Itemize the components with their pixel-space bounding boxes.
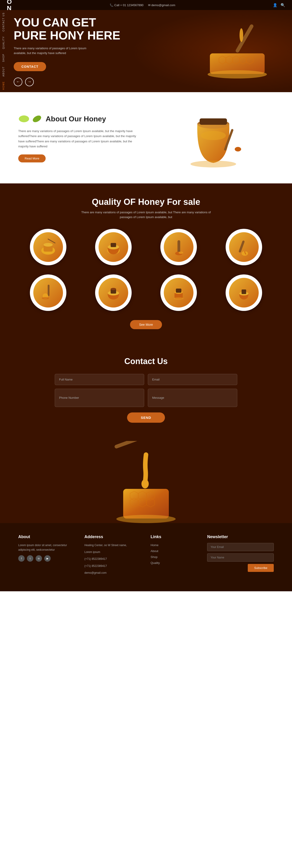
list-item bbox=[214, 229, 274, 265]
footer-address-col: Adderess Healing Center, oo W Street nam… bbox=[85, 534, 141, 578]
product-inner-2 bbox=[99, 232, 128, 262]
svg-point-38 bbox=[173, 297, 184, 300]
instagram-icon[interactable]: in bbox=[36, 555, 42, 562]
footer-link-shop-anchor[interactable]: Shop bbox=[151, 555, 157, 559]
svg-rect-41 bbox=[114, 441, 180, 449]
hero-next-button[interactable]: → bbox=[25, 78, 34, 86]
svg-rect-23 bbox=[111, 243, 116, 247]
list-item bbox=[18, 229, 78, 265]
product-inner-1 bbox=[33, 232, 63, 262]
list-item bbox=[18, 274, 78, 311]
list-item bbox=[149, 274, 208, 311]
product-circle-4[interactable] bbox=[226, 229, 262, 265]
form-row-1 bbox=[55, 374, 237, 385]
list-item bbox=[84, 229, 143, 265]
footer-links-col: Links Home About Shop Quality bbox=[151, 534, 198, 578]
footer-link-quality-anchor[interactable]: Quality bbox=[151, 561, 160, 565]
product-circle-6[interactable] bbox=[95, 274, 132, 311]
search-icon[interactable]: 🔍 bbox=[281, 3, 285, 7]
sidebar-nav: CONTACT US QUALITY SHOP ABOUT HOME bbox=[0, 10, 7, 92]
hero-image bbox=[192, 22, 278, 81]
footer-link-quality[interactable]: Quality bbox=[151, 561, 198, 565]
contact-button[interactable]: CONTACT bbox=[14, 62, 46, 71]
footer-email: demo@gmail.com bbox=[85, 570, 141, 575]
product-circle-8[interactable] bbox=[226, 274, 262, 311]
footer-address-title: Adderess bbox=[85, 534, 141, 539]
brand-o: O bbox=[7, 0, 12, 5]
product-circle-3[interactable] bbox=[160, 229, 197, 265]
svg-point-15 bbox=[235, 147, 241, 152]
email-input[interactable] bbox=[148, 374, 237, 385]
product-inner-8 bbox=[229, 278, 259, 308]
subscribe-button[interactable]: Subscribe bbox=[248, 564, 274, 572]
svg-point-4 bbox=[207, 70, 267, 79]
svg-point-26 bbox=[179, 252, 183, 254]
product-circle-1[interactable] bbox=[30, 229, 66, 265]
newsletter-email-input[interactable] bbox=[207, 543, 274, 551]
footer-link-home[interactable]: Home bbox=[151, 543, 198, 547]
phone-input[interactable] bbox=[55, 389, 144, 407]
svg-point-42 bbox=[141, 479, 149, 488]
quality-section: Quality OF Honey For sale There are many… bbox=[0, 183, 292, 343]
svg-rect-27 bbox=[238, 240, 245, 253]
footer-address-street: Healing Center, oo W Street name, bbox=[85, 543, 141, 548]
message-input[interactable] bbox=[148, 389, 237, 407]
product-circle-2[interactable] bbox=[95, 229, 132, 265]
footer-social: f t in ▶ bbox=[18, 555, 75, 562]
see-more-button[interactable]: See More bbox=[130, 320, 162, 329]
about-title: About Our Honey bbox=[18, 113, 139, 125]
product-inner-5 bbox=[33, 278, 63, 308]
read-more-button[interactable]: Read More bbox=[18, 154, 45, 162]
twitter-icon[interactable]: t bbox=[27, 555, 33, 562]
svg-rect-12 bbox=[200, 118, 227, 125]
product-circle-5[interactable] bbox=[30, 274, 66, 311]
footer-link-shop[interactable]: Shop bbox=[151, 555, 198, 559]
header-icons: 👤 🔍 bbox=[273, 3, 285, 7]
newsletter-name-input[interactable] bbox=[207, 553, 274, 562]
svg-rect-0 bbox=[235, 24, 254, 53]
footer-about-text: Lorem ipsum dolor sit amet, consectetur … bbox=[18, 543, 75, 552]
facebook-icon[interactable]: f bbox=[18, 555, 25, 562]
full-name-input[interactable] bbox=[55, 374, 144, 385]
svg-point-34 bbox=[111, 288, 116, 290]
footer-grid: About Lorem ipsum dolor sit amet, consec… bbox=[18, 534, 274, 578]
sidebar-item-home[interactable]: HOME bbox=[2, 81, 5, 90]
sidebar-item-quality[interactable]: QUALITY bbox=[2, 36, 5, 49]
sidebar-item-contact-us[interactable]: CONTACT US bbox=[2, 12, 5, 31]
form-row-2 bbox=[55, 389, 237, 407]
user-icon[interactable]: 👤 bbox=[273, 3, 278, 7]
product-circle-7[interactable] bbox=[160, 274, 197, 311]
footer-link-about[interactable]: About bbox=[151, 549, 198, 553]
sidebar-item-about[interactable]: ABOUT bbox=[2, 66, 5, 76]
phone-info: 📞 Call + 01 1234567890 bbox=[110, 3, 143, 7]
header-contact-info: 📞 Call + 01 1234567890 ✉ demo@gmail.com bbox=[110, 3, 175, 7]
svg-point-19 bbox=[43, 243, 53, 247]
footer-newsletter-title: Newsletter bbox=[207, 534, 274, 539]
about-section: About Our Honey There are many variation… bbox=[0, 92, 292, 183]
header: H O N Y 📞 Call + 01 1234567890 ✉ demo@gm… bbox=[0, 0, 292, 10]
svg-point-50 bbox=[116, 515, 176, 523]
about-honey-svg bbox=[177, 106, 250, 170]
send-button[interactable]: SEND bbox=[127, 412, 165, 423]
svg-rect-37 bbox=[176, 288, 181, 293]
footer-link-about-anchor[interactable]: About bbox=[151, 549, 158, 553]
email-info: ✉ demo@gmail.com bbox=[148, 3, 175, 7]
youtube-icon[interactable]: ▶ bbox=[44, 555, 51, 562]
footer-link-home-anchor[interactable]: Home bbox=[151, 544, 159, 547]
footer-about-title: About bbox=[18, 534, 75, 539]
hero-title: YOU CAN GET PURE HONY HERE bbox=[14, 16, 120, 42]
honey-image-section bbox=[0, 436, 292, 523]
product-inner-7 bbox=[164, 278, 193, 308]
footer-phone1: (+71) 8522389417 bbox=[85, 557, 141, 561]
svg-rect-40 bbox=[241, 289, 246, 294]
hero-prev-button[interactable]: ← bbox=[14, 78, 22, 86]
phone-icon: 📞 bbox=[110, 3, 113, 7]
about-image bbox=[153, 106, 274, 170]
footer: About Lorem ipsum dolor sit amet, consec… bbox=[0, 523, 292, 591]
list-item bbox=[214, 274, 274, 311]
hero-nav-buttons: ← → bbox=[14, 78, 120, 86]
hero-honey-svg bbox=[196, 24, 274, 79]
sidebar-item-shop[interactable]: SHOP bbox=[2, 54, 5, 62]
hero-content: YOU CAN GET PURE HONY HERE There are man… bbox=[14, 16, 120, 86]
footer-phone2: (+71) 8522389417 bbox=[85, 564, 141, 568]
